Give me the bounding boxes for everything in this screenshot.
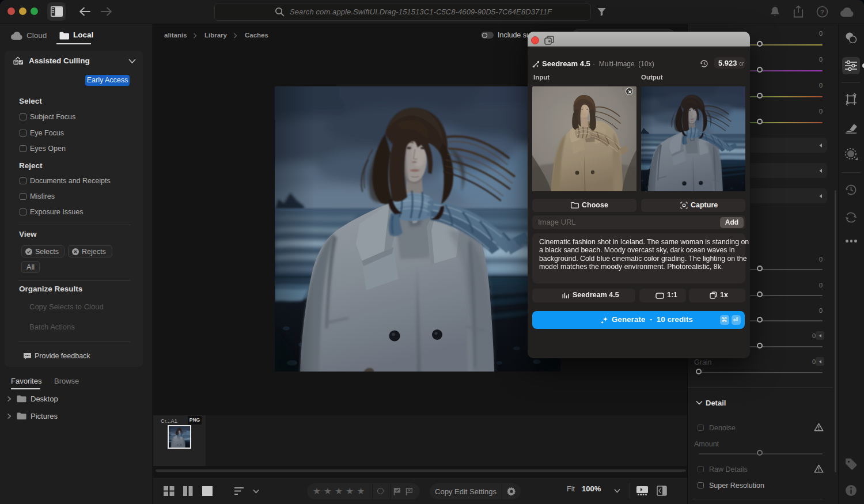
svg-text:?: ? <box>820 9 824 16</box>
